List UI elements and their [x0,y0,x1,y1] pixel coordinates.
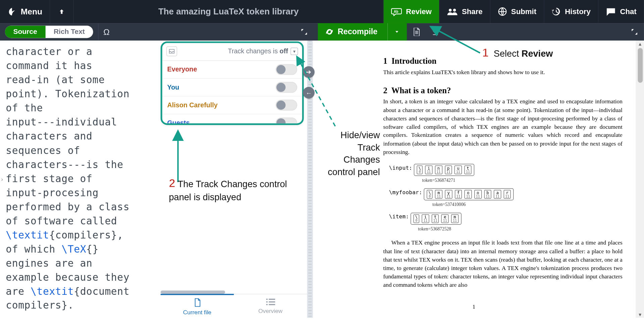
logs-button[interactable] [407,23,426,41]
pdf-section-2-title: What is a token? [383,86,623,95]
track-changes-status: Track changes is off [177,48,288,55]
review-bubble-icon: Ab [391,7,402,16]
annotation-hideview: Hide/view Track Changes control panel [322,129,380,178]
pdf-paragraph: This article explains LuaTEX's token lib… [383,68,623,77]
code-editor-content[interactable]: character or a command it has read-in (a… [4,43,160,314]
chat-label: Chat [620,7,636,16]
download-button[interactable] [426,23,445,41]
code-editor-pane[interactable]: character or a command it has read-in (a… [4,41,160,318]
svg-rect-5 [269,299,275,300]
track-changes-row: Alison Carefully [162,96,302,114]
app-topbar: Menu The amazing LuaTeX token library Ab… [0,0,644,23]
track-toggle[interactable] [276,117,297,125]
svg-rect-6 [266,301,268,302]
history-button[interactable]: History [544,0,598,23]
svg-rect-8 [266,304,268,305]
track-changes-panel: Track changes is off ▾ Everyone You Alis… [161,41,304,125]
tab-current-label: Current file [183,309,211,315]
people-icon [447,7,458,16]
splitter-go-right-icon[interactable]: ➔ [303,66,315,78]
file-tree-collapsed[interactable]: › [0,41,4,318]
menu-button[interactable]: Menu [0,0,50,23]
download-icon [432,28,439,36]
expand-icon [301,28,308,36]
pdf-page-number: 1 [313,304,635,311]
submit-button[interactable]: Submit [490,0,544,23]
file-icon [413,28,420,36]
up-button[interactable] [50,0,74,23]
history-label: History [565,7,591,16]
submit-label: Submit [511,7,536,16]
scroll-down-icon[interactable]: ▼ [638,312,642,317]
chat-button[interactable]: Chat [598,0,644,23]
pdf-fullscreen-button[interactable] [625,23,644,41]
token-example: \item: \0i11t11e11m11 [389,213,623,225]
tab-overview-label: Overview [258,307,282,314]
history-icon [552,7,561,16]
share-label: Share [462,7,483,16]
tab-overview[interactable]: Overview [234,294,307,318]
menu-label: Menu [21,7,42,16]
recycle-icon [325,28,334,36]
share-button[interactable]: Share [439,0,490,23]
globe-icon [498,7,507,16]
svg-rect-4 [266,299,268,300]
review-panel-tabs: Current file Overview [161,294,307,318]
splitter-go-left-icon[interactable]: ← [303,87,315,99]
track-changes-row: Guests [162,114,302,125]
collaborator-name: Alison Carefully [167,101,275,109]
chevron-right-icon: › [1,176,3,182]
track-changes-dropdown[interactable]: ▾ [290,48,298,55]
collaborator-name: Everyone [167,66,275,73]
track-changes-row: You [162,78,302,96]
token-value: token=536874271 [389,178,488,183]
token-value: token=537410006 [389,202,509,207]
pdf-preview-pane[interactable]: Introduction This article explains LuaTE… [313,41,644,318]
main-split: › character or a command it has read-in … [0,41,644,318]
richtext-tab[interactable]: Rich Text [45,26,93,38]
svg-text:Ab: Ab [394,10,398,13]
file-icon [193,298,202,307]
annotation-1: 1 Select Review [482,46,553,59]
svg-rect-9 [269,304,275,305]
leaf-logo-icon [7,7,16,16]
editor-fullscreen-button[interactable] [294,23,314,41]
recompile-button[interactable]: Recompile [318,23,407,41]
svg-rect-7 [269,301,275,302]
svg-point-1 [449,9,452,12]
list-icon [266,298,275,306]
track-changes-row: Everyone [162,61,302,78]
token-example: \input: \0i11n11p11u11t11 [389,164,623,176]
collaborator-name: You [167,84,275,91]
inbox-icon [168,48,175,54]
arrow-up-icon [58,8,65,15]
editor-toolbar: Source Rich Text Ω Recompile [0,23,644,41]
review-label: Review [406,7,432,16]
expand-icon [631,28,638,36]
chat-icon [606,7,616,16]
editor-mode-toggle[interactable]: Source Rich Text [5,26,93,38]
token-example: \myfoobar: \0m11y11f11o11o11b11a11r11 [389,188,623,201]
tab-current-file[interactable]: Current file [161,294,234,318]
track-toggle[interactable] [276,64,297,75]
review-button[interactable]: Ab Review [383,0,439,23]
pdf-paragraph: In short, a token is an integer value ca… [383,98,623,157]
pdf-paragraph: When a TEX engine process an input file … [383,239,623,289]
svg-point-2 [453,9,456,12]
pdf-page: Introduction This article explains LuaTE… [313,41,635,318]
source-tab[interactable]: Source [5,26,45,38]
scroll-up-icon[interactable]: ▲ [638,41,642,46]
project-title: The amazing LuaTeX token library [74,0,383,23]
special-chars-button[interactable]: Ω [98,23,114,41]
pdf-scrollbar[interactable]: ▲ ▼ [636,41,644,318]
pane-splitter[interactable] [307,41,313,318]
track-toggle[interactable] [276,82,297,93]
inbox-button[interactable] [166,46,177,56]
track-toggle[interactable] [276,100,297,110]
chevron-down-icon[interactable] [394,30,399,35]
review-scroll-indicator [161,290,225,294]
annotation-2: 2 The Track Changes control panel is dis… [169,175,301,203]
token-value: token=536872528 [389,226,480,231]
recompile-label: Recompile [338,27,378,36]
scrollbar-thumb[interactable] [638,48,643,83]
